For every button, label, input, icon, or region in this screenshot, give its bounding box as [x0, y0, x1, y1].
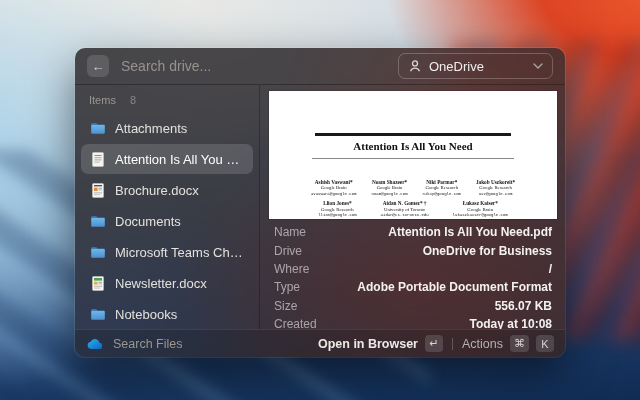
metadata-value: / — [549, 262, 552, 276]
author-email: nikip@google.com — [423, 191, 461, 197]
drive-selector-dropdown[interactable]: OneDrive — [398, 53, 553, 79]
meta-row-name: Name Attention Is All You Need.pdf — [274, 223, 552, 241]
sidebar-item-newsletter-docx[interactable]: Newsletter.docx — [81, 268, 253, 298]
search-input[interactable] — [119, 57, 388, 75]
metadata-label: Drive — [274, 244, 302, 258]
author-column: Niki Parmar* Google Research nikip@googl… — [423, 179, 461, 196]
author-email: lukaszkaiser@google.com — [453, 212, 508, 218]
items-section-header: Items 8 — [81, 89, 253, 113]
back-button[interactable]: ← — [87, 55, 109, 77]
results-sidebar: Items 8 Attachments Attention Is All You… — [75, 85, 259, 329]
main-content: Items 8 Attachments Attention Is All You… — [75, 85, 565, 329]
file-preview: Attention Is All You Need Ashish Vaswani… — [260, 85, 565, 219]
action-bar-right: Open in Browser ↵ Actions ⌘ K — [318, 335, 554, 352]
metadata-label: Created — [274, 317, 317, 329]
authors-row-2: Llion Jones* Google Research llion@googl… — [269, 201, 557, 218]
onedrive-cloud-icon — [86, 338, 103, 350]
search-files-window: ← OneDrive Items 8 Attac — [75, 48, 565, 357]
metadata-value: Today at 10:08 — [470, 317, 552, 329]
authors-row-1: Ashish Vaswani* Google Brain avaswani@go… — [269, 179, 557, 196]
metadata-panel: Name Attention Is All You Need.pdf Drive… — [260, 219, 565, 329]
metadata-value: OneDrive for Business — [423, 244, 552, 258]
metadata-value: Adobe Portable Document Format — [357, 280, 552, 294]
sidebar-item-notebooks[interactable]: Notebooks — [81, 299, 253, 329]
author-column: Noam Shazeer* Google Brain noam@google.c… — [372, 179, 408, 196]
folder-icon — [89, 306, 106, 322]
sidebar-item-brochure-docx[interactable]: Brochure.docx — [81, 175, 253, 205]
pdf-preview-page: Attention Is All You Need Ashish Vaswani… — [269, 91, 557, 219]
author-email: avaswani@google.com — [311, 191, 357, 197]
sidebar-item-attachments[interactable]: Attachments — [81, 113, 253, 143]
actions-menu-button[interactable]: Actions ⌘ K — [462, 335, 554, 352]
author-email: llion@google.com — [318, 212, 356, 218]
author-email: usz@google.com — [476, 191, 515, 197]
detail-panel: Attention Is All You Need Ashish Vaswani… — [259, 85, 565, 329]
metadata-value: 556.07 KB — [495, 299, 552, 313]
author-column: Łukasz Kaiser* Google Brain lukaszkaiser… — [453, 201, 508, 218]
metadata-label: Name — [274, 225, 306, 239]
author-column: Llion Jones* Google Research llion@googl… — [318, 201, 356, 218]
k-key-icon: K — [536, 335, 554, 352]
open-in-browser-label: Open in Browser — [318, 337, 418, 351]
metadata-label: Where — [274, 262, 309, 276]
doc-newsletter-icon — [89, 275, 106, 291]
folder-icon — [89, 120, 106, 136]
meta-row-where: Where / — [274, 260, 552, 278]
pdf-rule-thin — [312, 158, 514, 159]
action-bar: Search Files Open in Browser ↵ Actions ⌘… — [75, 329, 565, 357]
meta-row-type: Type Adobe Portable Document Format — [274, 278, 552, 296]
back-arrow-icon: ← — [92, 59, 105, 74]
sidebar-item-microsoft-teams-chat-files[interactable]: Microsoft Teams Chat Files — [81, 237, 253, 267]
items-header-label: Items — [89, 94, 116, 106]
pdf-paper-title: Attention Is All You Need — [269, 140, 557, 152]
author-column: Ashish Vaswani* Google Brain avaswani@go… — [311, 179, 357, 196]
chevron-down-icon — [533, 63, 543, 69]
extension-name-label: Search Files — [113, 337, 182, 351]
metadata-label: Size — [274, 299, 297, 313]
meta-row-created: Created Today at 10:08 — [274, 315, 552, 329]
top-search-bar: ← OneDrive — [75, 48, 565, 85]
metadata-value: Attention Is All You Need.pdf — [388, 225, 552, 239]
sidebar-list: Attachments Attention Is All You Need.pd… — [81, 113, 253, 329]
pdf-rule-thick — [315, 133, 511, 136]
author-column: Aidan N. Gomez* † University of Toronto … — [381, 201, 429, 218]
person-icon — [408, 59, 422, 73]
author-email: aidan@cs.toronto.edu — [381, 212, 429, 218]
action-bar-divider — [452, 338, 453, 350]
cmd-key-icon: ⌘ — [510, 335, 529, 352]
author-email: noam@google.com — [372, 191, 408, 197]
sidebar-item-documents[interactable]: Documents — [81, 206, 253, 236]
meta-row-size: Size 556.07 KB — [274, 297, 552, 315]
metadata-label: Type — [274, 280, 300, 294]
pdf-authors-block: Ashish Vaswani* Google Brain avaswani@go… — [269, 179, 557, 219]
author-column: Jakob Uszkoreit* Google Research usz@goo… — [476, 179, 515, 196]
doc-text-icon — [89, 151, 106, 167]
enter-key-icon: ↵ — [425, 335, 443, 352]
items-count: 8 — [130, 94, 136, 106]
drive-selector-label: OneDrive — [429, 59, 484, 74]
folder-icon — [89, 213, 106, 229]
actions-label: Actions — [462, 337, 503, 351]
folder-icon — [89, 244, 106, 260]
open-in-browser-button[interactable]: Open in Browser ↵ — [318, 335, 443, 352]
doc-brochure-icon — [89, 182, 106, 198]
meta-row-drive: Drive OneDrive for Business — [274, 241, 552, 259]
sidebar-item-attention-is-all-you-need-pdf[interactable]: Attention Is All You Need.pdf — [81, 144, 253, 174]
